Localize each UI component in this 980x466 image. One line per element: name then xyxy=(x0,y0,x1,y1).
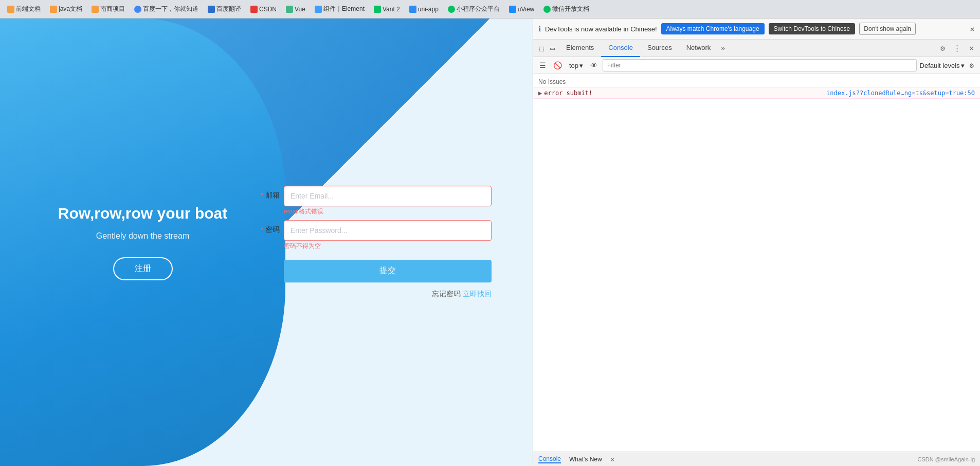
blue-panel: Row,row,row your boat Gentlely down the … xyxy=(0,19,285,466)
bookmark-icon-translate xyxy=(208,6,215,13)
bookmark-baidu[interactable]: 百度一下，你就知道 xyxy=(131,4,202,14)
tab-sources[interactable]: Sources xyxy=(640,40,679,57)
eye-icon[interactable]: 👁 xyxy=(588,60,600,70)
bookmark-icon-uview xyxy=(509,6,516,13)
bookmark-translate[interactable]: 百度翻译 xyxy=(205,4,244,14)
notification-close-icon[interactable]: × xyxy=(970,24,975,34)
bookmark-icon-vant xyxy=(374,6,381,13)
email-input[interactable] xyxy=(284,186,492,206)
email-required-star: * xyxy=(261,191,263,199)
device-toolbar-icon[interactable]: ▭ xyxy=(548,43,557,54)
devtools-more-icon[interactable]: ⋮ xyxy=(951,43,963,54)
password-label: * 密码 xyxy=(255,220,280,235)
clear-console-icon[interactable]: 🚫 xyxy=(551,60,564,70)
bookmark-icon-nanshang xyxy=(92,6,99,13)
submit-wrap: 提交 xyxy=(284,255,492,282)
bookmark-weixin[interactable]: 微信开放文档 xyxy=(540,4,592,14)
settings-icon[interactable]: ⚙ xyxy=(938,43,947,54)
match-language-button[interactable]: Always match Chrome's language xyxy=(661,23,765,34)
sidebar-toggle-icon[interactable]: ☰ xyxy=(537,60,548,70)
bottom-tab-console[interactable]: Console xyxy=(538,455,561,463)
bookmark-icon-csdn xyxy=(250,6,258,13)
login-form: * 邮箱 email格式错误 * 密码 密码不得为空 xyxy=(255,186,492,299)
levels-dropdown-icon: ▾ xyxy=(961,62,965,69)
console-error-content: error submit! xyxy=(544,89,826,97)
console-settings-icon[interactable]: ⚙ xyxy=(968,60,976,70)
info-icon: ℹ xyxy=(538,25,541,33)
forgot-link[interactable]: 立即找回 xyxy=(463,290,492,298)
inspect-element-icon[interactable]: ⬚ xyxy=(537,43,546,54)
email-error-msg: email格式错误 xyxy=(284,207,492,216)
bookmark-icon-weixin xyxy=(543,6,551,13)
bookmark-vue[interactable]: Vue xyxy=(283,5,308,14)
bookmark-icon-vue xyxy=(286,6,293,13)
tab-console[interactable]: Console xyxy=(601,40,640,57)
password-row: * 密码 密码不得为空 xyxy=(255,220,492,250)
bottom-credit-text: CSDN @smileAgain-lg xyxy=(918,456,975,462)
bookmark-icon-element xyxy=(315,6,322,13)
bookmark-vant[interactable]: Vant 2 xyxy=(371,5,403,14)
expand-icon[interactable]: ▶ xyxy=(538,89,542,97)
top-selector[interactable]: top ▾ xyxy=(567,61,585,70)
no-issues-label: No Issues xyxy=(533,76,980,88)
bookmark-icon-miniprogram xyxy=(448,6,455,13)
console-error-row: ▶ error submit! index.js??clonedRule…ng=… xyxy=(533,88,980,99)
switch-chinese-button[interactable]: Switch DevTools to Chinese xyxy=(769,23,856,34)
more-tabs-icon[interactable]: » xyxy=(718,44,728,52)
devtools-tab-actions: ⚙ ⋮ × xyxy=(938,43,976,54)
email-label: * 邮箱 xyxy=(255,186,280,200)
devtools-console-output: No Issues ▶ error submit! index.js??clon… xyxy=(533,74,980,452)
main-container: Row,row,row your boat Gentlely down the … xyxy=(0,19,980,466)
bookmark-java[interactable]: java文档 xyxy=(47,4,85,14)
bottom-tab-close-icon[interactable]: × xyxy=(610,455,614,463)
email-row: * 邮箱 email格式错误 xyxy=(255,186,492,216)
filter-input[interactable] xyxy=(603,59,916,71)
webpage-area: Row,row,row your boat Gentlely down the … xyxy=(0,19,533,466)
top-dropdown-icon: ▾ xyxy=(579,62,583,69)
bookmark-icon-uniapp xyxy=(409,6,416,13)
devtools-panel: ℹ DevTools is now available in Chinese! … xyxy=(533,19,980,466)
bookmark-icon-java xyxy=(50,6,57,13)
dont-show-again-button[interactable]: Don't show again xyxy=(859,23,916,35)
password-input[interactable] xyxy=(284,220,492,241)
devtools-console-toolbar: ☰ 🚫 top ▾ 👁 Default levels ▾ ⚙ xyxy=(533,57,980,74)
bookmark-icon-baidu xyxy=(134,6,141,13)
register-button[interactable]: 注册 xyxy=(113,257,173,280)
default-levels-dropdown[interactable]: Default levels ▾ xyxy=(920,62,965,69)
console-error-link[interactable]: index.js??clonedRule…ng=ts&setup=true:50 xyxy=(826,89,975,97)
forgot-password-row: 忘记密码 立即找回 xyxy=(255,290,492,299)
devtools-notification-bar: ℹ DevTools is now available in Chinese! … xyxy=(533,19,980,40)
bottom-tab-whatsnew[interactable]: What's New xyxy=(569,456,602,463)
password-required-star: * xyxy=(261,225,263,234)
page-title: Row,row,row your boat xyxy=(58,205,227,222)
password-error-msg: 密码不得为空 xyxy=(284,242,492,250)
page-subtitle: Gentlely down the stream xyxy=(96,231,189,241)
bookmark-uview[interactable]: uView xyxy=(506,5,537,14)
devtools-tabs-bar: ⬚ ▭ Elements Console Sources Network » ⚙… xyxy=(533,40,980,57)
tab-elements[interactable]: Elements xyxy=(559,40,601,57)
tab-network[interactable]: Network xyxy=(679,40,718,57)
bookmark-miniprogram[interactable]: 小程序公众平台 xyxy=(445,4,503,14)
bookmark-icon-qianduan xyxy=(7,6,14,13)
submit-button[interactable]: 提交 xyxy=(284,260,492,282)
bookmark-qianduan[interactable]: 前端文档 xyxy=(4,4,44,14)
email-input-wrap: email格式错误 xyxy=(284,186,492,216)
bookmark-nanshang[interactable]: 南商项目 xyxy=(88,4,128,14)
password-input-wrap: 密码不得为空 xyxy=(284,220,492,250)
bookmark-uniapp[interactable]: uni-app xyxy=(406,5,442,14)
notification-text: DevTools is now available in Chinese! xyxy=(545,25,657,33)
devtools-close-icon[interactable]: × xyxy=(967,43,976,54)
bookmark-element[interactable]: 组件｜Element xyxy=(312,4,368,14)
devtools-bottom-bar: Console What's New × CSDN @smileAgain-lg xyxy=(533,452,980,466)
browser-bookmarks-bar: 前端文档 java文档 南商项目 百度一下，你就知道 百度翻译 CSDN Vue… xyxy=(0,0,980,19)
submit-row: 提交 xyxy=(255,255,492,282)
bookmark-csdn[interactable]: CSDN xyxy=(247,5,280,14)
